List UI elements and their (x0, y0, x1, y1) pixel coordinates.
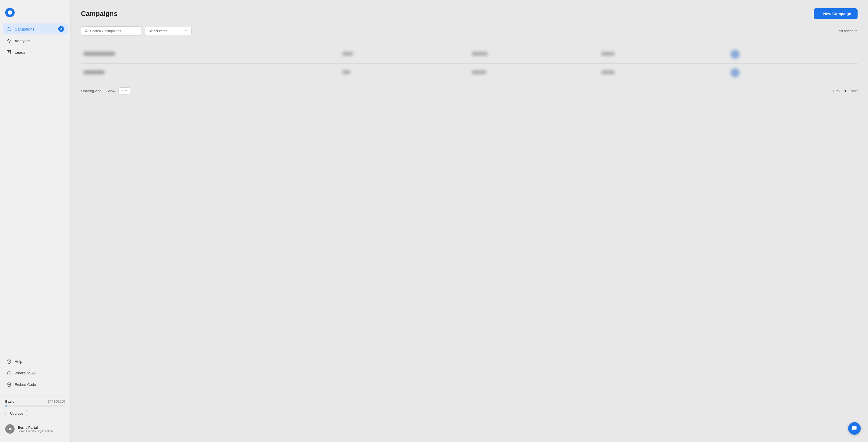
next-button[interactable]: Next (850, 89, 858, 93)
table-row[interactable] (81, 45, 858, 64)
user-info: Berna Partal Berna Partal's Organization (18, 426, 65, 433)
sidebar-item-leads[interactable]: Leads (3, 47, 68, 58)
pagination-right: Prev 1 Next (833, 89, 858, 93)
main-content: Campaigns + New Campaign Select items La… (70, 0, 868, 442)
search-input[interactable] (90, 29, 137, 33)
plan-name: Basic (5, 400, 14, 403)
select-items-label: Select items (149, 29, 167, 33)
sidebar-analytics-label: Analytics (14, 39, 30, 43)
page-title: Campaigns (81, 10, 118, 18)
user-name: Berna Partal (18, 426, 65, 430)
sidebar-embed-code-label: Embed Code (14, 382, 36, 387)
show-value: 7 (121, 89, 123, 93)
show-label: Show (106, 89, 115, 93)
plan-progress-bar (5, 405, 65, 407)
prev-button[interactable]: Prev (833, 89, 840, 93)
chevron-down-icon (185, 29, 188, 33)
current-page: 1 (844, 89, 846, 93)
user-org: Berna Partal's Organization (18, 430, 65, 433)
leads-icon (6, 49, 11, 55)
last-added-sort[interactable]: Last added (837, 29, 858, 33)
embed-icon (6, 382, 11, 387)
user-section: BP Berna Partal Berna Partal's Organizat… (0, 421, 70, 437)
app-logo (0, 5, 70, 24)
campaigns-badge: 2 (58, 26, 64, 32)
sidebar-whats-new-label: What's new? (14, 371, 35, 375)
chat-button[interactable] (848, 422, 861, 435)
toolbar: Select items Last added (81, 26, 858, 40)
plan-progress-fill (5, 405, 7, 407)
search-icon (84, 29, 88, 33)
campaigns-list (81, 45, 858, 82)
question-icon (6, 359, 11, 364)
plan-usage: 27 / 100.000 (48, 400, 65, 403)
pagination-left: Showing 2 of 2 Show 7 (81, 88, 130, 95)
new-campaign-button[interactable]: + New Campaign (814, 8, 858, 19)
folder-icon (6, 26, 11, 32)
search-box[interactable] (81, 26, 141, 35)
svg-line-10 (87, 31, 88, 32)
sidebar-leads-label: Leads (14, 50, 25, 55)
upgrade-button[interactable]: Upgrade (5, 410, 28, 417)
sidebar-help-label: Help (14, 360, 22, 364)
table-row[interactable] (81, 64, 858, 82)
bell-icon (6, 371, 11, 376)
logo-icon (5, 8, 14, 17)
select-items-dropdown[interactable]: Select items (145, 27, 192, 35)
main-header: Campaigns + New Campaign (81, 8, 858, 19)
svg-point-4 (8, 384, 10, 385)
pagination-bar: Showing 2 of 2 Show 7 Prev 1 Next (81, 88, 858, 95)
sidebar-nav: Campaigns 2 Analytics Leads (0, 24, 70, 354)
sidebar-item-embed-code[interactable]: Embed Code (3, 379, 68, 390)
chart-icon (6, 38, 11, 43)
chevron-down-sort-icon (855, 29, 858, 33)
plan-section: Basic 27 / 100.000 Upgrade (0, 396, 70, 421)
sidebar: Campaigns 2 Analytics Leads (0, 0, 70, 442)
show-chevron-icon (125, 89, 127, 93)
sidebar-item-campaigns[interactable]: Campaigns 2 (3, 24, 68, 34)
avatar: BP (5, 424, 14, 434)
sidebar-item-help[interactable]: Help (3, 356, 68, 367)
show-per-page-select[interactable]: 7 (118, 88, 130, 95)
last-added-label: Last added (837, 29, 854, 33)
sidebar-campaigns-label: Campaigns (14, 27, 34, 31)
svg-point-9 (85, 29, 87, 32)
sidebar-item-analytics[interactable]: Analytics (3, 35, 68, 46)
sidebar-item-whats-new[interactable]: What's new? (3, 368, 68, 378)
showing-text: Showing 2 of 2 (81, 89, 103, 93)
sidebar-bottom: Help What's new? Embed Code (0, 354, 70, 394)
